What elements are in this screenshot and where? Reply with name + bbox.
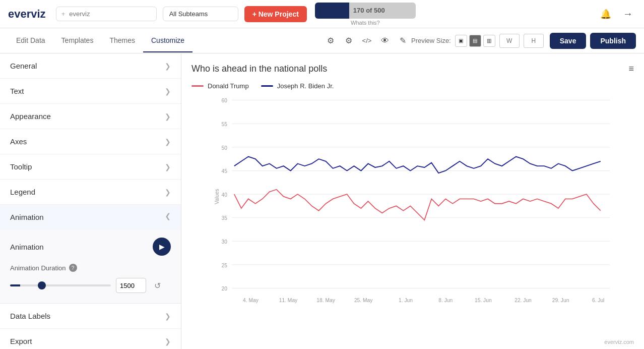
- axes-chevron: ❯: [165, 138, 171, 146]
- export-chevron: ❯: [165, 337, 171, 345]
- publish-button[interactable]: Publish: [590, 33, 636, 49]
- svg-text:25. May: 25. May: [354, 298, 373, 303]
- svg-text:25: 25: [221, 263, 227, 268]
- animation-chevron: ❯: [165, 213, 171, 221]
- chart-legend: Donald Trump Joseph R. Biden Jr.: [191, 82, 634, 90]
- progress-section: 170 of 500 Whats this?: [315, 3, 416, 26]
- animation-header: Animation ▶: [0, 229, 181, 260]
- preview-desktop-icon[interactable]: ▣: [455, 35, 467, 47]
- general-chevron: ❯: [165, 62, 171, 70]
- svg-text:35: 35: [221, 215, 227, 221]
- legend-trump-label: Donald Trump: [208, 82, 249, 90]
- axes-label: Axes: [10, 137, 27, 146]
- preview-height-input[interactable]: [524, 34, 544, 48]
- play-button[interactable]: ▶: [153, 238, 171, 256]
- duration-slider[interactable]: [10, 284, 111, 286]
- sidebar-item-tooltip[interactable]: Tooltip ❯: [0, 154, 181, 180]
- appearance-label: Appearance: [10, 112, 51, 121]
- preview-mobile-icon[interactable]: ▥: [483, 35, 495, 47]
- svg-text:18. May: 18. May: [316, 298, 335, 303]
- sidebar-item-text[interactable]: Text ❯: [0, 79, 181, 104]
- sidebar-item-legend[interactable]: Legend ❯: [0, 180, 181, 205]
- whats-this-link[interactable]: Whats this?: [351, 20, 379, 26]
- slider-row: ↺: [10, 278, 171, 293]
- legend-item-biden: Joseph R. Biden Jr.: [261, 82, 334, 90]
- nav-tabs: Edit Data Templates Themes Customize: [8, 29, 192, 52]
- sidebar-item-data-labels[interactable]: Data Labels ❯: [0, 304, 181, 329]
- sidebar-item-axes[interactable]: Axes ❯: [0, 129, 181, 154]
- brush-icon-btn[interactable]: ✎: [395, 33, 411, 49]
- svg-text:29. Jun: 29. Jun: [552, 298, 569, 303]
- svg-text:15. Jun: 15. Jun: [475, 298, 492, 303]
- svg-text:4. May: 4. May: [243, 298, 259, 303]
- svg-text:8. Jun: 8. Jun: [438, 298, 453, 303]
- tab-edit-data[interactable]: Edit Data: [8, 29, 53, 52]
- data-labels-chevron: ❯: [165, 312, 171, 320]
- new-project-button[interactable]: + New Project: [244, 6, 307, 22]
- subteam-label: All Subteams: [169, 10, 208, 18]
- duration-input[interactable]: [116, 278, 146, 293]
- search-icon: +: [61, 10, 66, 18]
- sidebar-item-appearance[interactable]: Appearance ❯: [0, 104, 181, 129]
- progress-empty: 170 of 500: [349, 3, 416, 19]
- customize-icons: ⚙ ⚙ </> 👁 ✎: [323, 33, 411, 49]
- appearance-chevron: ❯: [165, 112, 171, 121]
- chart-svg-container: 60 55 50 45 40 35 30 25 20 Values: [191, 98, 634, 333]
- logo: everviz: [8, 8, 46, 21]
- search-bar: +: [56, 7, 157, 21]
- chart-menu-icon[interactable]: ≡: [628, 64, 634, 74]
- export-label: Export: [10, 337, 32, 345]
- tab-themes[interactable]: Themes: [101, 29, 143, 52]
- save-button[interactable]: Save: [550, 33, 587, 49]
- watermark: everviz.com: [604, 339, 634, 345]
- subteam-selector[interactable]: All Subteams: [163, 7, 238, 21]
- reset-button[interactable]: ↺: [151, 279, 163, 292]
- svg-text:60: 60: [221, 98, 227, 103]
- main-content: General ❯ Text ❯ Appearance ❯ Axes ❯ Too…: [0, 53, 644, 349]
- legend-label: Legend: [10, 188, 35, 196]
- svg-text:Values: Values: [214, 189, 220, 204]
- toolbar: Edit Data Templates Themes Customize ⚙ ⚙…: [0, 28, 644, 53]
- eye-icon-btn[interactable]: 👁: [377, 33, 393, 49]
- svg-text:22. Jun: 22. Jun: [514, 298, 532, 303]
- svg-text:6. Jul: 6. Jul: [592, 298, 605, 303]
- svg-text:45: 45: [221, 168, 227, 174]
- sidebar-item-export[interactable]: Export ❯: [0, 329, 181, 349]
- legend-item-trump: Donald Trump: [191, 82, 249, 90]
- duration-info-icon[interactable]: ?: [69, 264, 77, 272]
- progress-filled: [315, 3, 349, 19]
- tooltip-chevron: ❯: [165, 163, 171, 171]
- chart-area: Who is ahead in the national polls ≡ Don…: [181, 53, 644, 349]
- legend-trump-line: [191, 85, 204, 87]
- sidebar-item-general[interactable]: General ❯: [0, 53, 181, 79]
- legend-biden-label: Joseph R. Biden Jr.: [277, 82, 334, 90]
- animation-expanded-panel: Animation ▶ Animation Duration ? ↺: [0, 229, 181, 304]
- logout-icon[interactable]: →: [620, 6, 636, 22]
- tab-customize[interactable]: Customize: [143, 29, 192, 52]
- settings-icon-btn[interactable]: ⚙: [323, 33, 339, 49]
- text-chevron: ❯: [165, 87, 171, 95]
- data-labels-label: Data Labels: [10, 312, 50, 320]
- chart-svg: 60 55 50 45 40 35 30 25 20 Values: [191, 98, 634, 333]
- svg-text:20: 20: [221, 286, 227, 292]
- svg-text:11. May: 11. May: [279, 298, 298, 303]
- tab-templates[interactable]: Templates: [53, 29, 102, 52]
- svg-text:30: 30: [221, 239, 227, 245]
- code-icon-btn[interactable]: </>: [359, 33, 375, 49]
- preview-tablet-icon[interactable]: ▤: [469, 35, 481, 47]
- animation-duration-section: Animation Duration ? ↺: [0, 260, 181, 303]
- preview-width-input[interactable]: [499, 34, 520, 48]
- progress-bar: 170 of 500: [315, 3, 416, 19]
- progress-label: 170 of 500: [353, 7, 385, 14]
- header: everviz + All Subteams + New Project 170…: [0, 0, 644, 28]
- svg-text:40: 40: [221, 192, 227, 198]
- animation-label: Animation: [10, 213, 44, 221]
- gear-icon-btn[interactable]: ⚙: [341, 33, 357, 49]
- notification-icon[interactable]: 🔔: [598, 6, 614, 22]
- svg-text:50: 50: [221, 145, 227, 151]
- search-input[interactable]: [69, 10, 130, 18]
- svg-text:1. Jun: 1. Jun: [399, 298, 413, 303]
- svg-text:55: 55: [221, 122, 227, 127]
- sidebar-item-animation[interactable]: Animation ❯: [0, 205, 181, 229]
- chart-title: Who is ahead in the national polls: [191, 64, 634, 74]
